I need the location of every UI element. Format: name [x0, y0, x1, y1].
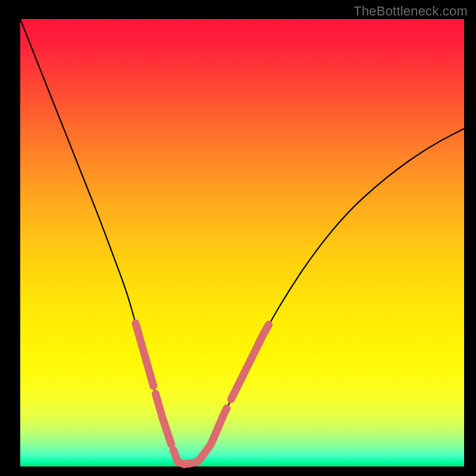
chart-plot-area [20, 19, 464, 466]
curve-highlight-segment [189, 408, 226, 464]
bottleneck-curve [20, 19, 464, 464]
curve-highlight-segment [136, 323, 154, 386]
curve-highlight-group [136, 323, 269, 464]
watermark-text: TheBottleneck.com [353, 4, 468, 19]
curve-highlight-segment [156, 394, 171, 444]
curve-highlight-segment [231, 325, 268, 400]
chart-svg [20, 19, 464, 466]
